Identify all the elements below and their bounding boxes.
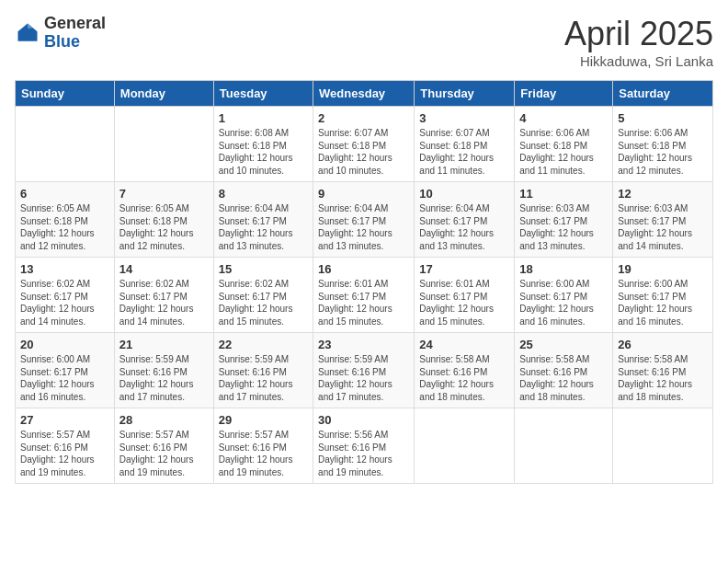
- logo-general: General: [44, 15, 106, 33]
- day-info: Sunrise: 6:08 AM Sunset: 6:18 PM Dayligh…: [219, 127, 308, 177]
- day-cell: 25Sunrise: 5:58 AM Sunset: 6:16 PM Dayli…: [515, 333, 613, 408]
- day-cell: [16, 107, 115, 182]
- day-cell: 21Sunrise: 5:59 AM Sunset: 6:16 PM Dayli…: [114, 333, 213, 408]
- week-row-3: 20Sunrise: 6:00 AM Sunset: 6:17 PM Dayli…: [16, 333, 713, 408]
- day-number: 23: [318, 338, 409, 351]
- day-number: 5: [618, 111, 708, 125]
- day-cell: 19Sunrise: 6:00 AM Sunset: 6:17 PM Dayli…: [613, 258, 713, 333]
- col-header-tuesday: Tuesday: [213, 81, 313, 107]
- day-number: 9: [318, 187, 409, 201]
- day-cell: 16Sunrise: 6:01 AM Sunset: 6:17 PM Dayli…: [313, 258, 415, 333]
- day-info: Sunrise: 5:58 AM Sunset: 6:16 PM Dayligh…: [419, 353, 509, 403]
- day-info: Sunrise: 6:00 AM Sunset: 6:17 PM Dayligh…: [618, 278, 708, 327]
- day-number: 20: [20, 338, 109, 351]
- day-info: Sunrise: 6:02 AM Sunset: 6:17 PM Dayligh…: [219, 278, 308, 327]
- day-number: 19: [618, 262, 708, 276]
- day-cell: 2Sunrise: 6:07 AM Sunset: 6:18 PM Daylig…: [313, 107, 415, 182]
- week-row-0: 1Sunrise: 6:08 AM Sunset: 6:18 PM Daylig…: [16, 107, 713, 182]
- day-cell: 9Sunrise: 6:04 AM Sunset: 6:17 PM Daylig…: [313, 182, 415, 258]
- day-info: Sunrise: 6:00 AM Sunset: 6:17 PM Dayligh…: [519, 278, 608, 327]
- day-info: Sunrise: 6:01 AM Sunset: 6:17 PM Dayligh…: [318, 278, 409, 327]
- day-info: Sunrise: 5:59 AM Sunset: 6:16 PM Dayligh…: [318, 353, 409, 403]
- day-cell: 13Sunrise: 6:02 AM Sunset: 6:17 PM Dayli…: [16, 258, 115, 333]
- day-cell: 14Sunrise: 6:02 AM Sunset: 6:17 PM Dayli…: [114, 258, 213, 333]
- day-number: 27: [20, 413, 109, 427]
- day-info: Sunrise: 5:57 AM Sunset: 6:16 PM Dayligh…: [20, 429, 109, 478]
- day-number: 22: [219, 338, 308, 351]
- day-number: 11: [519, 187, 608, 201]
- day-info: Sunrise: 6:03 AM Sunset: 6:17 PM Dayligh…: [519, 202, 608, 252]
- col-header-friday: Friday: [515, 81, 613, 107]
- calendar-header-row: SundayMondayTuesdayWednesdayThursdayFrid…: [16, 81, 713, 107]
- day-number: 6: [20, 187, 109, 201]
- day-number: 15: [219, 262, 308, 276]
- day-info: Sunrise: 6:07 AM Sunset: 6:18 PM Dayligh…: [419, 127, 509, 177]
- day-info: Sunrise: 6:02 AM Sunset: 6:17 PM Dayligh…: [119, 278, 209, 327]
- logo-text: General Blue: [44, 15, 106, 52]
- day-cell: [114, 107, 213, 182]
- day-cell: 18Sunrise: 6:00 AM Sunset: 6:17 PM Dayli…: [515, 258, 613, 333]
- day-number: 2: [318, 111, 409, 125]
- day-info: Sunrise: 6:04 AM Sunset: 6:17 PM Dayligh…: [219, 202, 308, 252]
- week-row-1: 6Sunrise: 6:05 AM Sunset: 6:18 PM Daylig…: [16, 182, 713, 258]
- day-number: 7: [119, 187, 209, 201]
- day-cell: 1Sunrise: 6:08 AM Sunset: 6:18 PM Daylig…: [213, 107, 313, 182]
- col-header-thursday: Thursday: [415, 81, 515, 107]
- day-cell: 30Sunrise: 5:56 AM Sunset: 6:16 PM Dayli…: [313, 408, 415, 484]
- col-header-sunday: Sunday: [16, 81, 115, 107]
- day-number: 25: [519, 338, 608, 351]
- day-cell: 3Sunrise: 6:07 AM Sunset: 6:18 PM Daylig…: [415, 107, 515, 182]
- day-info: Sunrise: 5:57 AM Sunset: 6:16 PM Dayligh…: [219, 429, 308, 478]
- day-info: Sunrise: 6:04 AM Sunset: 6:17 PM Dayligh…: [318, 202, 409, 252]
- day-info: Sunrise: 6:02 AM Sunset: 6:17 PM Dayligh…: [20, 278, 109, 327]
- day-cell: 29Sunrise: 5:57 AM Sunset: 6:16 PM Dayli…: [213, 408, 313, 484]
- day-cell: 5Sunrise: 6:06 AM Sunset: 6:18 PM Daylig…: [613, 107, 713, 182]
- logo-icon: [15, 20, 40, 46]
- day-number: 29: [219, 413, 308, 427]
- title-block: April 2025 Hikkaduwa, Sri Lanka: [564, 15, 713, 69]
- day-cell: [515, 408, 613, 484]
- day-info: Sunrise: 6:03 AM Sunset: 6:17 PM Dayligh…: [618, 202, 708, 252]
- col-header-saturday: Saturday: [613, 81, 713, 107]
- day-cell: 26Sunrise: 5:58 AM Sunset: 6:16 PM Dayli…: [613, 333, 713, 408]
- day-info: Sunrise: 6:05 AM Sunset: 6:18 PM Dayligh…: [20, 202, 109, 252]
- day-cell: 17Sunrise: 6:01 AM Sunset: 6:17 PM Dayli…: [415, 258, 515, 333]
- logo-blue: Blue: [44, 33, 106, 52]
- day-number: 17: [419, 262, 509, 276]
- col-header-wednesday: Wednesday: [313, 81, 415, 107]
- day-cell: 27Sunrise: 5:57 AM Sunset: 6:16 PM Dayli…: [16, 408, 115, 484]
- day-number: 12: [618, 187, 708, 201]
- day-info: Sunrise: 5:56 AM Sunset: 6:16 PM Dayligh…: [318, 429, 409, 478]
- day-cell: 20Sunrise: 6:00 AM Sunset: 6:17 PM Dayli…: [16, 333, 115, 408]
- day-number: 4: [519, 111, 608, 125]
- day-number: 3: [419, 111, 509, 125]
- day-number: 18: [519, 262, 608, 276]
- day-number: 30: [318, 413, 409, 427]
- day-number: 21: [119, 338, 209, 351]
- day-info: Sunrise: 6:05 AM Sunset: 6:18 PM Dayligh…: [119, 202, 209, 252]
- day-info: Sunrise: 5:58 AM Sunset: 6:16 PM Dayligh…: [519, 353, 608, 403]
- calendar-table: SundayMondayTuesdayWednesdayThursdayFrid…: [15, 80, 713, 484]
- day-info: Sunrise: 6:07 AM Sunset: 6:18 PM Dayligh…: [318, 127, 409, 177]
- day-cell: 22Sunrise: 5:59 AM Sunset: 6:16 PM Dayli…: [213, 333, 313, 408]
- day-info: Sunrise: 5:57 AM Sunset: 6:16 PM Dayligh…: [119, 429, 209, 478]
- day-cell: 10Sunrise: 6:04 AM Sunset: 6:17 PM Dayli…: [415, 182, 515, 258]
- day-cell: 23Sunrise: 5:59 AM Sunset: 6:16 PM Dayli…: [313, 333, 415, 408]
- week-row-4: 27Sunrise: 5:57 AM Sunset: 6:16 PM Dayli…: [16, 408, 713, 484]
- day-number: 26: [618, 338, 708, 351]
- day-cell: 4Sunrise: 6:06 AM Sunset: 6:18 PM Daylig…: [515, 107, 613, 182]
- page-header: General Blue April 2025 Hikkaduwa, Sri L…: [15, 15, 713, 69]
- day-cell: 11Sunrise: 6:03 AM Sunset: 6:17 PM Dayli…: [515, 182, 613, 258]
- day-info: Sunrise: 6:00 AM Sunset: 6:17 PM Dayligh…: [20, 353, 109, 403]
- day-number: 14: [119, 262, 209, 276]
- day-cell: 7Sunrise: 6:05 AM Sunset: 6:18 PM Daylig…: [114, 182, 213, 258]
- day-cell: 6Sunrise: 6:05 AM Sunset: 6:18 PM Daylig…: [16, 182, 115, 258]
- day-cell: 12Sunrise: 6:03 AM Sunset: 6:17 PM Dayli…: [613, 182, 713, 258]
- day-number: 13: [20, 262, 109, 276]
- col-header-monday: Monday: [114, 81, 213, 107]
- calendar-title: April 2025: [564, 15, 713, 53]
- day-number: 16: [318, 262, 409, 276]
- day-number: 8: [219, 187, 308, 201]
- day-cell: 24Sunrise: 5:58 AM Sunset: 6:16 PM Dayli…: [415, 333, 515, 408]
- day-cell: 28Sunrise: 5:57 AM Sunset: 6:16 PM Dayli…: [114, 408, 213, 484]
